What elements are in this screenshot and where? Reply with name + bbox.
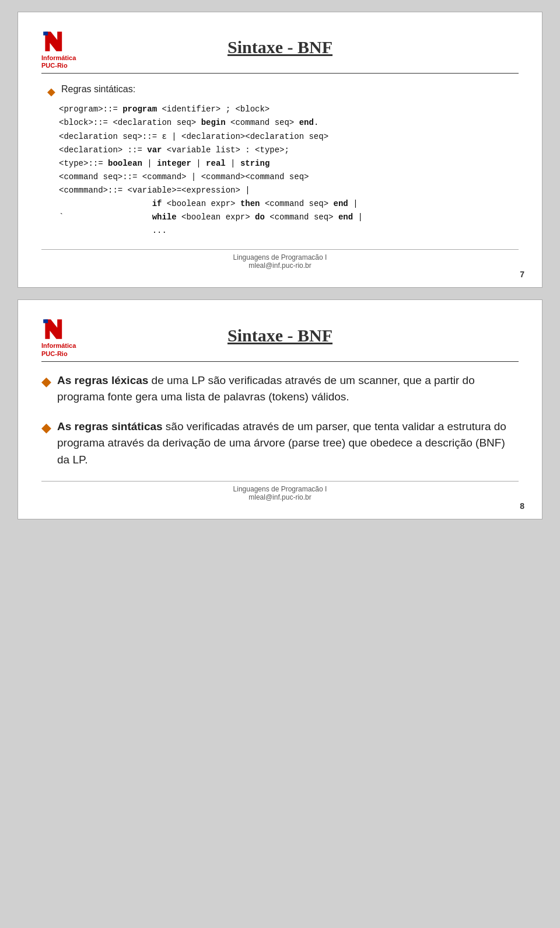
logo-text-1: Informática PUC-Rio <box>41 54 76 69</box>
bullet-diamond-2a: ◆ <box>41 374 51 389</box>
code-line-4: <declaration> ::= var <variable list> : … <box>59 144 519 157</box>
bullet-section-1: ◆ Regras sintáticas: <program>::= progra… <box>47 84 519 238</box>
slide2-bullet-1: ◆ As regras léxicas de uma LP são verifi… <box>41 372 519 406</box>
code-line-5: <type>::= boolean | integer | real | str… <box>59 157 519 170</box>
page-number-2: 8 <box>520 501 524 511</box>
slide-footer-1: Linguagens de Programacão I mleal@inf.pu… <box>41 249 519 270</box>
logo-1: Informática PUC-Rio <box>41 30 94 69</box>
code-line-6: <command seq>::= <command> | <command><c… <box>59 170 519 184</box>
svg-marker-3 <box>43 320 48 323</box>
slide2-body: ◆ As regras léxicas de uma LP são verifi… <box>41 372 519 469</box>
bullet-diamond-1: ◆ <box>47 85 55 98</box>
bullet-text-1: Regras sintáticas: <box>61 84 135 95</box>
code-line-7: <commmand>::= <variable>=<expression> | <box>59 184 519 197</box>
footer-line2-2: mleal@inf.puc-rio.br <box>41 493 519 501</box>
page-number-1: 7 <box>520 270 524 279</box>
slide2-bullet-text-1: As regras léxicas de uma LP são verifica… <box>57 372 519 406</box>
slide2-bullet-2: ◆ As regras sintáticas são verificadas a… <box>41 418 519 469</box>
slide2-bullet-text-2: As regras sintáticas são verificadas atr… <box>57 418 519 469</box>
bullet-item-1: ◆ Regras sintáticas: <box>47 84 519 98</box>
slide-1: Informática PUC-Rio Sintaxe - BNF ◆ Regr… <box>18 12 542 288</box>
slide-2: Informática PUC-Rio Sintaxe - BNF ◆ As r… <box>18 299 542 519</box>
code-line-8: if <boolean expr> then <command seq> end… <box>59 197 519 211</box>
title-row-1: Informática PUC-Rio Sintaxe - BNF <box>41 30 519 74</box>
title-row-2: Informática PUC-Rio Sintaxe - BNF <box>41 318 519 361</box>
logo-icon-2 <box>41 318 65 341</box>
code-line-9: ` while <boolean expr> do <command seq> … <box>59 211 519 224</box>
logo-icon-1 <box>41 30 65 53</box>
code-line-10: ... <box>59 224 519 238</box>
slide-title-1: Sintaxe - BNF <box>94 37 466 62</box>
logo-text-2: Informática PUC-Rio <box>41 342 76 357</box>
footer-line2-1: mleal@inf.puc-rio.br <box>41 261 519 270</box>
bullet-diamond-2b: ◆ <box>41 420 51 435</box>
code-line-3: <declaration seq>::= ε | <declaration><d… <box>59 130 519 144</box>
footer-line1-2: Linguagens de Programacão I <box>41 485 519 493</box>
slide-footer-2: Linguagens de Programacão I mleal@inf.pu… <box>41 481 519 501</box>
code-block-1: <program>::= program <identifier> ; <blo… <box>59 103 519 238</box>
footer-line1-1: Linguagens de Programacão I <box>41 253 519 261</box>
logo-2: Informática PUC-Rio <box>41 318 94 357</box>
svg-marker-1 <box>43 32 48 35</box>
code-line-1: <program>::= program <identifier> ; <blo… <box>59 103 519 116</box>
slide-title-2: Sintaxe - BNF <box>94 326 466 350</box>
code-line-2: <block>::= <declaration seq> begin <comm… <box>59 116 519 130</box>
